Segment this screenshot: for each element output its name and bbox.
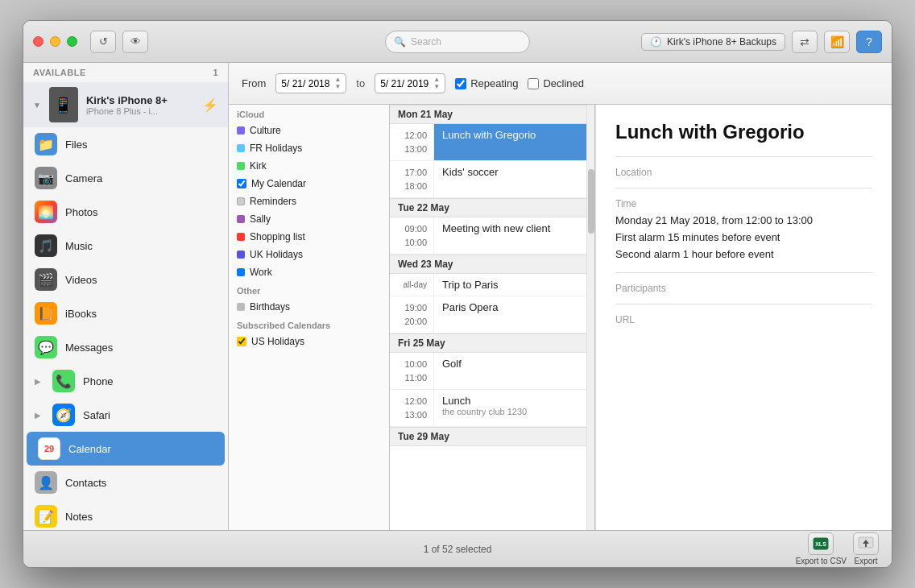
available-count: 1 xyxy=(213,68,218,77)
sidebar-item-ibooks[interactable]: 📙 iBooks xyxy=(23,296,228,330)
event-row: 17:0018:00 Kids' soccer xyxy=(390,161,586,198)
sidebar-item-label: Videos xyxy=(65,274,97,286)
cal-item-label: Birthdays xyxy=(250,301,290,313)
sidebar-item-safari[interactable]: ▶ 🧭 Safari xyxy=(23,398,228,432)
refresh-button[interactable]: ↺ xyxy=(90,31,116,53)
day-header: Wed 23 May xyxy=(390,255,586,274)
subscribed-group-header: Subscribed Calendars xyxy=(229,316,389,333)
close-button[interactable] xyxy=(33,36,43,47)
detail-url-section: URL xyxy=(615,314,872,325)
help-button[interactable]: ? xyxy=(856,31,882,53)
event-kids-soccer[interactable]: Kids' soccer xyxy=(434,161,586,197)
us-holidays-checkbox[interactable] xyxy=(237,337,246,346)
sidebar-item-messages[interactable]: 💬 Messages xyxy=(23,330,228,364)
sidebar-item-files[interactable]: 📁 Files xyxy=(23,127,228,161)
declined-checkbox[interactable] xyxy=(528,78,539,89)
sync-button[interactable]: ⇄ xyxy=(792,31,818,53)
event-row: 12:0013:00 Lunch with Gregorio xyxy=(390,124,586,161)
svg-text:XLS: XLS xyxy=(816,541,827,547)
device-row[interactable]: ▼ 📱 Kirk's iPhone 8+ iPhone 8 Plus - i..… xyxy=(23,82,228,127)
calendar-detail: iCloud Culture FR Holidays Kirk xyxy=(229,105,892,530)
calendar-icon: 29 xyxy=(38,437,60,460)
sidebar-item-label: Contacts xyxy=(65,477,106,489)
event-lunch-club[interactable]: Lunch the country club 1230 xyxy=(434,390,586,426)
cal-item-reminders[interactable]: Reminders xyxy=(229,193,389,210)
export-csv-label: Export to CSV xyxy=(796,557,847,565)
cal-item-label: Sally xyxy=(250,213,271,225)
event-paris-opera[interactable]: Paris Opera xyxy=(434,296,586,333)
device-sub: iPhone 8 Plus - i... xyxy=(86,106,194,116)
export-button[interactable]: Export xyxy=(853,532,879,565)
available-label: AVAILABLE xyxy=(33,68,86,77)
cal-item-culture[interactable]: Culture xyxy=(229,122,389,139)
repeating-checkbox-label[interactable]: Repeating xyxy=(455,77,518,89)
eye-button[interactable]: 👁 xyxy=(122,31,148,53)
cal-item-us-holidays[interactable]: US Holidays xyxy=(229,333,389,350)
calendar-panel: iCloud Culture FR Holidays Kirk xyxy=(229,105,595,530)
cal-item-fr-holidays[interactable]: FR Holidays xyxy=(229,139,389,157)
detail-time-section: Time Monday 21 May 2018, from 12:00 to 1… xyxy=(615,198,872,263)
repeating-checkbox[interactable] xyxy=(455,78,466,89)
camera-icon: 📷 xyxy=(35,167,57,189)
sidebar-item-label: Files xyxy=(65,139,87,151)
safari-icon: 🧭 xyxy=(52,404,75,426)
to-label: to xyxy=(356,77,365,89)
cal-item-my-calendar[interactable]: My Calendar xyxy=(229,175,389,193)
wifi-button[interactable]: 📶 xyxy=(824,31,850,53)
repeating-label: Repeating xyxy=(470,77,518,89)
my-calendar-checkbox[interactable] xyxy=(237,179,246,188)
cal-item-work[interactable]: Work xyxy=(229,263,389,281)
from-date-value: 5/ 21/ 2018 xyxy=(281,78,329,89)
cal-color-dot xyxy=(237,162,245,170)
sidebar-item-notes[interactable]: 📝 Notes xyxy=(23,499,228,530)
sidebar-item-camera[interactable]: 📷 Camera xyxy=(23,161,228,195)
backup-section: 🕐 Kirk's iPhone 8+ Backups xyxy=(641,33,785,51)
cal-item-kirk[interactable]: Kirk xyxy=(229,157,389,175)
detail-divider-1 xyxy=(615,156,872,157)
from-date-stepper[interactable]: ▲ ▼ xyxy=(334,77,341,91)
events-scrollbar[interactable] xyxy=(586,105,594,530)
to-date-stepper[interactable]: ▲ ▼ xyxy=(433,77,440,91)
sidebar-item-photos[interactable]: 🌅 Photos xyxy=(23,195,228,229)
participants-label: Participants xyxy=(615,283,872,294)
videos-icon: 🎬 xyxy=(35,268,57,291)
event-lunch-gregorio[interactable]: Lunch with Gregorio xyxy=(434,124,586,160)
event-row: 09:0010:00 Meeting with new client xyxy=(390,217,586,255)
cal-item-label: UK Holidays xyxy=(250,249,303,260)
sidebar-item-videos[interactable]: 🎬 Videos xyxy=(23,263,228,296)
notes-icon: 📝 xyxy=(35,505,57,528)
export-csv-button[interactable]: XLS Export to CSV xyxy=(796,532,847,565)
cal-item-shopping-list[interactable]: Shopping list xyxy=(229,228,389,246)
cal-color-dot xyxy=(237,126,245,135)
declined-checkbox-label[interactable]: Declined xyxy=(528,77,584,89)
sidebar-item-calendar[interactable]: 29 Calendar xyxy=(27,432,225,466)
minimize-button[interactable] xyxy=(50,36,60,47)
sidebar-item-phone[interactable]: ▶ 📞 Phone xyxy=(23,364,228,398)
search-bar[interactable]: 🔍 Search xyxy=(385,31,530,53)
icloud-group-header: iCloud xyxy=(229,105,389,122)
titlebar: ↺ 👁 🔍 Search 🕐 Kirk's iPhone 8+ Backups … xyxy=(23,21,892,63)
event-row: all-day Trip to Paris xyxy=(390,274,586,296)
from-date-field[interactable]: 5/ 21/ 2018 ▲ ▼ xyxy=(275,73,346,94)
event-meeting-client[interactable]: Meeting with new client xyxy=(434,217,586,254)
sidebar-item-contacts[interactable]: 👤 Contacts xyxy=(23,466,228,499)
alarm1-value: First alarm 15 minutes before event xyxy=(615,230,872,246)
cal-item-uk-holidays[interactable]: UK Holidays xyxy=(229,246,389,263)
cal-item-birthdays[interactable]: Birthdays xyxy=(229,298,389,316)
sidebar-item-music[interactable]: 🎵 Music xyxy=(23,229,228,263)
content-area: From 5/ 21/ 2018 ▲ ▼ to 5/ 21/ 2019 ▲ ▼ xyxy=(229,63,892,530)
stepper-down-icon[interactable]: ▼ xyxy=(334,84,341,91)
event-trip-paris[interactable]: Trip to Paris xyxy=(434,274,586,296)
sidebar-item-label: Messages xyxy=(65,342,113,354)
event-golf[interactable]: Golf xyxy=(434,353,586,389)
cal-color-dot xyxy=(237,251,245,259)
event-row: 19:0020:00 Paris Opera xyxy=(390,296,586,333)
device-info: Kirk's iPhone 8+ iPhone 8 Plus - i... xyxy=(86,94,194,116)
to-date-field[interactable]: 5/ 21/ 2019 ▲ ▼ xyxy=(375,73,445,94)
cal-item-sally[interactable]: Sally xyxy=(229,210,389,228)
sidebar: AVAILABLE 1 ▼ 📱 Kirk's iPhone 8+ iPhone … xyxy=(23,63,229,530)
stepper-down-icon[interactable]: ▼ xyxy=(433,84,440,91)
location-label: Location xyxy=(615,167,872,178)
cal-item-label: US Holidays xyxy=(251,336,304,347)
fullscreen-button[interactable] xyxy=(67,36,77,47)
